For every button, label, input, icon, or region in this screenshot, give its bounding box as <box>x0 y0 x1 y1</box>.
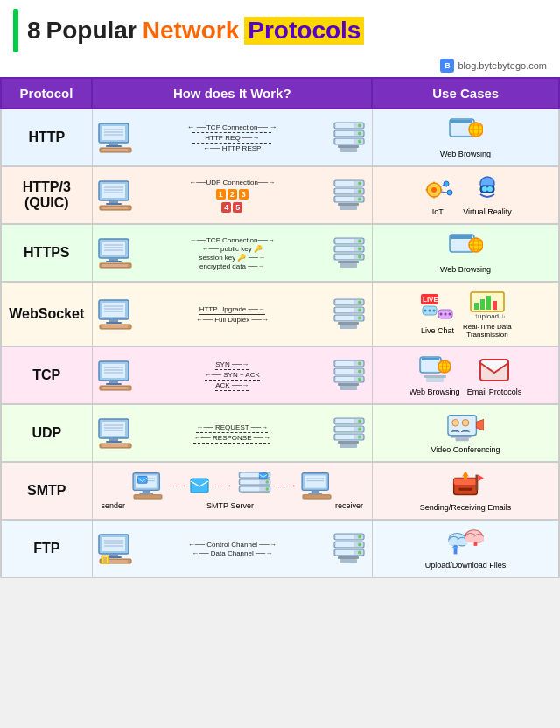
svg-rect-80 <box>338 261 359 263</box>
tcp-arrows: SYN ──→ ←── SYN + ACK ACK ──→ <box>136 360 328 391</box>
svg-point-231 <box>358 536 361 539</box>
svg-point-171 <box>358 428 361 431</box>
receiver-computer-icon <box>300 472 333 500</box>
how-smtp: ·····→ ·····→ <box>92 462 372 520</box>
svg-rect-70 <box>102 264 128 267</box>
svg-point-42 <box>358 190 361 193</box>
https-arrows: ←──TCP Connection──→ ←── public key 🔑 se… <box>136 236 328 270</box>
use-http: Web Browsing <box>372 108 559 166</box>
svg-rect-230 <box>336 535 354 539</box>
server-icon <box>331 179 368 211</box>
table-row: FTP <box>1 520 559 578</box>
svg-rect-8 <box>102 149 128 151</box>
svg-rect-175 <box>338 441 359 444</box>
svg-rect-131 <box>109 381 118 383</box>
svg-rect-154 <box>424 375 446 378</box>
svg-point-179 <box>462 419 469 426</box>
protocols-table: Protocol How does It Work? Use Cases HTT… <box>0 77 560 578</box>
svg-rect-162 <box>109 438 118 441</box>
svg-point-143 <box>358 378 361 382</box>
arrow-line-3: ←── HTTP RESP <box>192 143 271 152</box>
computer-icon <box>97 417 134 449</box>
arrow-control: ←── Control Channel ──→ <box>188 541 276 549</box>
svg-point-200 <box>265 487 269 491</box>
computer-icon <box>97 360 134 391</box>
svg-rect-247 <box>449 540 467 545</box>
video-conf-icon <box>447 412 484 444</box>
web-browsing-icon-2 <box>447 232 484 263</box>
svg-point-140 <box>358 370 361 374</box>
brand-row: B blog.bytebytego.com <box>0 57 560 77</box>
svg-rect-145 <box>340 386 357 390</box>
video-conf-label: Video Conferencing <box>431 445 500 454</box>
svg-rect-147 <box>422 360 439 371</box>
svg-rect-98 <box>102 326 128 328</box>
realtime-icon: ↑upload ↓download <box>469 290 506 321</box>
web-browsing-icon <box>447 116 484 148</box>
svg-rect-215 <box>464 473 467 480</box>
svg-rect-19 <box>340 148 357 152</box>
table-row: TCP <box>1 346 559 404</box>
computer-icon <box>97 533 134 564</box>
live-chat-label: Live Chat <box>421 326 454 335</box>
svg-rect-165 <box>102 444 128 447</box>
svg-point-60 <box>482 186 487 192</box>
receiver-label: receiver <box>335 501 363 510</box>
svg-rect-176 <box>340 444 357 448</box>
svg-rect-106 <box>336 316 354 320</box>
email-protocols-label: Email Protocols <box>467 388 522 396</box>
svg-rect-46 <box>338 203 359 206</box>
svg-rect-206 <box>311 490 318 493</box>
protocol-smtp: SMTP <box>1 462 92 520</box>
title-popular: Popular <box>46 17 137 45</box>
title-network: Network <box>143 17 239 45</box>
use-https: Web Browsing <box>372 224 559 282</box>
svg-rect-217 <box>102 537 125 551</box>
brand-text: blog.bytebytego.com <box>458 60 547 71</box>
svg-point-101 <box>358 301 361 304</box>
svg-text:↑upload ↓download: ↑upload ↓download <box>474 312 505 320</box>
svg-point-114 <box>429 310 431 312</box>
svg-rect-47 <box>340 206 357 210</box>
svg-rect-16 <box>336 139 354 144</box>
svg-rect-207 <box>308 493 322 494</box>
svg-rect-170 <box>336 427 354 431</box>
server-icon <box>331 237 368 269</box>
protocol-udp: UDP <box>1 404 92 462</box>
arrow-ack: ACK ──→ <box>215 382 248 391</box>
svg-rect-5 <box>109 143 118 145</box>
svg-point-118 <box>444 313 447 316</box>
svg-rect-81 <box>340 263 357 268</box>
svg-point-237 <box>358 551 361 555</box>
svg-point-113 <box>424 310 427 312</box>
how-tcp: SYN ──→ ←── SYN + ACK ACK ──→ <box>92 346 372 404</box>
main-container: 8 Popular Network Protocols B blog.byteb… <box>0 0 560 578</box>
svg-rect-196 <box>241 480 259 484</box>
svg-point-55 <box>447 190 452 195</box>
svg-rect-10 <box>336 123 354 128</box>
svg-rect-67 <box>109 258 118 261</box>
svg-rect-177 <box>448 416 476 436</box>
svg-point-73 <box>358 240 361 243</box>
svg-point-107 <box>358 317 361 320</box>
ftp-arrows: ←── Control Channel ──→ ←── Data Channel… <box>136 541 328 557</box>
arrow-req: ←── REQUEST ──→ <box>196 424 268 433</box>
upload-download-label: Upload/Download Files <box>425 561 507 570</box>
svg-rect-187 <box>143 490 150 493</box>
title-number: 8 <box>27 17 41 45</box>
svg-rect-191 <box>191 479 208 493</box>
svg-rect-103 <box>336 308 354 312</box>
use-ftp: Upload/Download Files <box>372 520 559 578</box>
arrow-session: session key 🔑 ──→ <box>199 254 265 262</box>
svg-marker-212 <box>478 475 484 482</box>
svg-rect-213 <box>458 488 472 491</box>
protocol-http: HTTP <box>1 108 92 166</box>
upload-download-icon <box>447 528 484 559</box>
table-row: HTTPS <box>1 224 559 282</box>
svg-rect-124 <box>493 301 497 310</box>
svg-rect-33 <box>109 200 118 203</box>
svg-rect-136 <box>336 361 354 366</box>
use-udp: Video Conferencing <box>372 404 559 462</box>
use-tcp: Web Browsing <box>372 346 559 404</box>
protocol-websocket: WebSocket <box>1 282 92 346</box>
